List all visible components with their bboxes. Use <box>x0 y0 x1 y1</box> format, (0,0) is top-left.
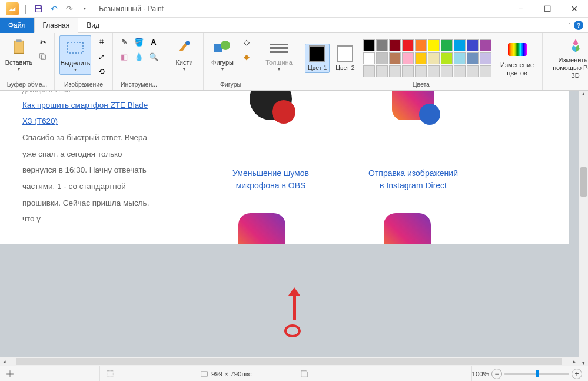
copy-icon[interactable] <box>36 50 49 63</box>
titlebar: | ↶ ↷ ▾ Безымянный - Paint − ☐ ✕ <box>0 0 588 18</box>
thickness-button[interactable]: Толщина▾ <box>263 35 295 74</box>
color-swatch[interactable] <box>454 52 466 64</box>
color-swatch[interactable] <box>389 52 401 64</box>
instagram-mini-1 <box>238 213 285 244</box>
brushes-button[interactable]: Кисти▾ <box>170 35 198 74</box>
edit-colors-button[interactable]: Изменение цветов <box>497 38 537 78</box>
maximize-button[interactable]: ☐ <box>534 0 561 18</box>
obs-icon <box>250 91 292 120</box>
help-icon[interactable]: ? <box>574 21 583 30</box>
shapes-button[interactable]: Фигуры▾ <box>208 35 237 74</box>
scroll-right-icon[interactable]: ▸ <box>570 359 579 365</box>
scroll-down-icon[interactable]: ▾ <box>579 360 587 366</box>
fill-shape-icon[interactable]: ◆ <box>240 50 253 63</box>
canvas-sidebar-text: декабря в 17:03 Как прошить смартфон ZTE… <box>22 91 152 227</box>
color-swatch[interactable] <box>454 65 466 77</box>
vertical-scrollbar[interactable]: ▴ ▾ <box>579 91 588 366</box>
outline-icon[interactable]: ◇ <box>240 35 253 48</box>
group-brushes: Кисти▾ <box>165 33 204 90</box>
group-colors-label: Цвета <box>413 81 430 89</box>
select-button[interactable]: Выделить▾ <box>59 35 91 75</box>
color-swatch[interactable] <box>415 65 427 77</box>
color-swatch[interactable] <box>376 52 388 64</box>
color-swatch[interactable] <box>402 39 414 51</box>
scroll-left-icon[interactable]: ◂ <box>0 359 8 365</box>
zoom-slider[interactable] <box>504 373 569 375</box>
color1-button[interactable]: Цвет 1 <box>305 44 330 73</box>
undo-icon[interactable]: ↶ <box>48 3 60 15</box>
crop-icon[interactable]: ⌗ <box>95 35 108 48</box>
close-button[interactable]: ✕ <box>561 0 588 18</box>
picker-icon[interactable]: 💧 <box>132 50 145 63</box>
color-swatch[interactable] <box>480 52 491 64</box>
svg-rect-0 <box>14 41 24 54</box>
resize-icon[interactable]: ⤢ <box>95 50 108 63</box>
color-swatch[interactable] <box>428 39 440 51</box>
color-palette <box>361 38 494 78</box>
redo-icon[interactable]: ↷ <box>64 3 75 15</box>
color-swatch[interactable] <box>415 39 427 51</box>
color-swatch[interactable] <box>454 39 466 51</box>
color-swatch[interactable] <box>376 39 388 51</box>
magnifier-icon[interactable]: 🔍 <box>147 50 160 63</box>
separator: | <box>25 4 27 14</box>
color-swatch[interactable] <box>428 52 440 64</box>
color-swatch[interactable] <box>389 65 401 77</box>
color-swatch[interactable] <box>389 39 401 51</box>
svg-rect-1 <box>16 39 21 42</box>
color-swatch[interactable] <box>467 52 479 64</box>
tab-view[interactable]: Вид <box>78 18 108 33</box>
paint3d-button[interactable]: Изменить с помощью Paint 3D <box>547 35 588 81</box>
eraser-icon[interactable]: ◧ <box>118 50 131 63</box>
color-swatch[interactable] <box>480 65 491 77</box>
text-icon[interactable]: A <box>147 35 160 48</box>
svg-rect-9 <box>201 371 208 376</box>
group-thickness: Толщина▾ <box>258 33 300 90</box>
scroll-thumb[interactable] <box>580 167 587 197</box>
color-swatch[interactable] <box>363 39 375 51</box>
color-swatch[interactable] <box>441 39 453 51</box>
color-swatch[interactable] <box>441 52 453 64</box>
group-tools-label: Инструмен... <box>121 81 157 89</box>
rotate-icon[interactable]: ⟲ <box>95 65 108 78</box>
pencil-icon[interactable]: ✎ <box>118 35 131 48</box>
color-swatch[interactable] <box>363 65 375 77</box>
group-tools: ✎ 🪣 A ◧ 💧 🔍 Инструмен... <box>113 33 165 90</box>
instagram-mini-2 <box>384 213 431 244</box>
status-selection <box>100 366 194 381</box>
canvas[interactable]: декабря в 17:03 Как прошить смартфон ZTE… <box>0 91 569 244</box>
scroll-up-icon[interactable]: ▴ <box>579 91 587 97</box>
tab-home[interactable]: Главная <box>34 18 79 33</box>
minimize-button[interactable]: − <box>507 0 534 18</box>
app-icon[interactable] <box>6 2 19 15</box>
color-swatch[interactable] <box>467 39 479 51</box>
horizontal-scrollbar[interactable]: ◂ ▸ <box>0 357 579 366</box>
color-swatch[interactable] <box>467 65 479 77</box>
color2-button[interactable]: Цвет 2 <box>333 44 357 72</box>
zoom-label: 100% <box>472 370 489 377</box>
fill-icon[interactable]: 🪣 <box>132 35 145 48</box>
color-swatch[interactable] <box>402 52 414 64</box>
canvas-card-2: Отправка изображений в Instagram Direct <box>366 91 460 192</box>
zoom-in-button[interactable]: + <box>572 369 582 379</box>
qat-dropdown-icon[interactable]: ▾ <box>79 3 91 15</box>
zoom-out-button[interactable]: − <box>491 369 502 379</box>
svg-rect-2 <box>40 54 44 58</box>
color-swatch[interactable] <box>402 65 414 77</box>
cut-icon[interactable]: ✂ <box>36 35 49 48</box>
collapse-ribbon-icon[interactable]: ˄ <box>568 22 570 28</box>
color-swatch[interactable] <box>428 65 440 77</box>
canvas-link: Как прошить смартфон ZTE Blade X3 (T620) <box>22 101 148 126</box>
color-swatch[interactable] <box>441 65 453 77</box>
status-disk <box>294 366 472 381</box>
tab-file[interactable]: Файл <box>0 18 34 33</box>
save-icon[interactable] <box>33 3 45 15</box>
color-swatch[interactable] <box>376 65 388 77</box>
group-clipboard-label: Буфер обме... <box>7 81 47 89</box>
color-swatch[interactable] <box>363 52 375 64</box>
status-dimensions: 999 × 790пкс <box>194 366 294 381</box>
color-swatch[interactable] <box>415 52 427 64</box>
svg-rect-3 <box>42 55 46 59</box>
color-swatch[interactable] <box>480 39 491 51</box>
paste-button[interactable]: Вставить▾ <box>5 35 33 74</box>
